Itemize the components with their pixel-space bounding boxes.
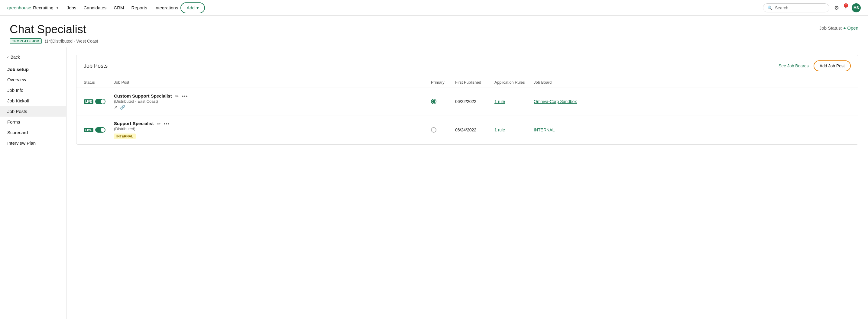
sidebar-item-job-kickoff[interactable]: Job Kickoff [0, 95, 66, 106]
job-board-link-1[interactable]: Omniva-Corp Sandbox [534, 99, 851, 104]
job-post-location-1: (Distributed - East Coast) [114, 99, 431, 104]
toggle-switch-1[interactable] [95, 99, 105, 104]
help-button[interactable]: ? 7 [844, 4, 847, 11]
add-job-post-button[interactable]: Add Job Post [814, 60, 851, 71]
col-application-rules: Application Rules [494, 80, 534, 85]
rule-link-1[interactable]: 1 rule [494, 99, 534, 104]
rule-link-2[interactable]: 1 rule [494, 127, 534, 132]
job-board-link-2[interactable]: INTERNAL [534, 127, 851, 132]
nav-jobs[interactable]: Jobs [67, 5, 76, 10]
sidebar-section-title: Job setup [0, 64, 66, 74]
avatar[interactable]: MS [852, 3, 861, 12]
search-icon: 🔍 [767, 5, 773, 10]
sidebar-item-overview[interactable]: Overview [0, 74, 66, 85]
add-label: Add [186, 5, 195, 10]
status-dot: ● [843, 25, 847, 31]
more-options-2[interactable]: ••• [164, 121, 170, 127]
edit-icon-1[interactable]: ✏ [175, 94, 179, 99]
job-posts-panel: Job Posts See Job Boards Add Job Post St… [76, 55, 858, 145]
status-toggle-2: LIVE [84, 127, 114, 133]
nav-integrations[interactable]: Integrations [154, 5, 178, 10]
status-toggle-1: LIVE [84, 99, 114, 104]
notification-badge: 7 [844, 3, 848, 7]
search-box[interactable]: 🔍 [763, 3, 829, 12]
external-link-icon-1[interactable]: ↗ [114, 105, 118, 110]
chevron-down-icon: ▾ [57, 6, 58, 10]
job-post-info-1: Custom Support Specialist ✏ ••• (Distrib… [114, 93, 431, 110]
sidebar-item-scorecard[interactable]: Scorecard [0, 127, 66, 138]
nav-links: Jobs Candidates CRM Reports Integrations [67, 5, 178, 10]
panel-title: Job Posts [84, 63, 107, 69]
radio-empty-2[interactable] [431, 127, 436, 133]
add-button[interactable]: Add ▾ [180, 2, 205, 13]
logo[interactable]: greenhouse Recruiting ▾ [7, 5, 58, 10]
back-link[interactable]: ‹ Back [0, 52, 66, 62]
main-content: Job Posts See Job Boards Add Job Post St… [66, 47, 868, 319]
sidebar: ‹ Back Job setup Overview Job Info Job K… [0, 47, 66, 319]
first-published-1: 06/22/2022 [455, 99, 494, 104]
job-status-value: Open [847, 25, 858, 31]
nav-reports[interactable]: Reports [131, 5, 148, 10]
nav-candidates[interactable]: Candidates [84, 5, 106, 10]
job-status-label: Job Status: [819, 25, 842, 31]
see-job-boards-link[interactable]: See Job Boards [779, 63, 809, 68]
top-navigation: greenhouse Recruiting ▾ Jobs Candidates … [0, 0, 868, 16]
job-post-name-1: Custom Support Specialist [114, 93, 172, 98]
radio-filled-1[interactable] [431, 99, 436, 104]
table-row: LIVE Support Specialist ✏ ••• (Distribut… [76, 116, 858, 145]
live-label-1: LIVE [84, 99, 93, 104]
live-label-2: LIVE [84, 128, 93, 132]
link-icon-1[interactable]: 🔗 [120, 105, 125, 110]
nav-crm[interactable]: CRM [114, 5, 124, 10]
job-post-info-2: Support Specialist ✏ ••• (Distributed) I… [114, 121, 431, 139]
col-job-board: Job Board [534, 80, 851, 85]
logo-green-text: greenhouse [7, 5, 31, 10]
settings-button[interactable]: ⚙ [834, 4, 839, 11]
back-arrow-icon: ‹ [7, 55, 9, 60]
primary-radio-1[interactable] [431, 99, 455, 104]
col-status: Status [84, 80, 114, 85]
toggle-switch-2[interactable] [95, 127, 105, 133]
sidebar-item-job-posts[interactable]: Job Posts [0, 106, 66, 117]
location-text: (14)Distributed - West Coast [45, 39, 98, 43]
nav-right: 🔍 ⚙ ? 7 MS [763, 3, 861, 12]
back-label: Back [10, 55, 20, 60]
more-options-1[interactable]: ••• [182, 94, 188, 99]
panel-actions: See Job Boards Add Job Post [779, 60, 851, 71]
template-badge: TEMPLATE JOB [10, 38, 42, 44]
sidebar-item-forms[interactable]: Forms [0, 117, 66, 127]
job-post-location-2: (Distributed) [114, 127, 431, 131]
first-published-2: 06/24/2022 [455, 127, 494, 132]
sidebar-item-job-info[interactable]: Job Info [0, 85, 66, 95]
sidebar-item-interview-plan[interactable]: Interview Plan [0, 138, 66, 148]
col-first-published: First Published [455, 80, 494, 85]
table-header: Status Job Post Primary First Published … [76, 77, 858, 88]
internal-badge-2: INTERNAL [114, 133, 136, 139]
page-header: Chat Specialist Job Status: ● Open TEMPL… [0, 16, 868, 47]
col-job-post: Job Post [114, 80, 431, 85]
col-primary: Primary [431, 80, 455, 85]
chevron-down-icon: ▾ [196, 5, 199, 10]
job-post-name-2: Support Specialist [114, 121, 154, 126]
logo-text: Recruiting [33, 5, 54, 10]
post-actions-1: ↗ 🔗 [114, 105, 431, 110]
page-title: Chat Specialist [10, 23, 86, 36]
main-layout: ‹ Back Job setup Overview Job Info Job K… [0, 47, 868, 319]
search-input[interactable] [775, 5, 825, 10]
primary-radio-2[interactable] [431, 127, 455, 133]
edit-icon-2[interactable]: ✏ [157, 121, 161, 127]
table-row: LIVE Custom Support Specialist ✏ ••• (Di… [76, 88, 858, 116]
panel-header: Job Posts See Job Boards Add Job Post [76, 55, 858, 77]
page-meta: TEMPLATE JOB (14)Distributed - West Coas… [10, 38, 858, 44]
